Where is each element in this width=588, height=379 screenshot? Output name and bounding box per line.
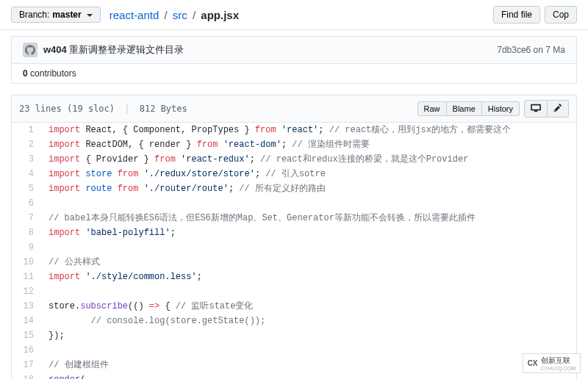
line-content: // 公共样式 (41, 255, 576, 270)
commit-summary: w404 重新调整登录逻辑文件目录 7db3ce6 on 7 Ma (11, 36, 577, 64)
line-content (41, 240, 576, 255)
line-content (41, 284, 576, 299)
line-content: render( (41, 372, 576, 379)
code-line: 7// babel本身只能转换ES6语法，但ES6新增的Map、Set、Gene… (12, 211, 576, 225)
file-header: 23 lines (19 sloc) | 812 Bytes Raw Blame… (11, 95, 577, 123)
line-content: import route from './router/route'; // 所… (41, 181, 576, 196)
line-content: import ReactDOM, { render } from 'react-… (41, 137, 576, 152)
code-viewer: 1import React, { Component, PropTypes } … (11, 123, 577, 379)
line-number[interactable]: 1 (12, 123, 41, 137)
crumb-folder[interactable]: src (173, 9, 187, 21)
line-number[interactable]: 6 (12, 196, 41, 211)
line-number[interactable]: 14 (12, 314, 41, 328)
line-number[interactable]: 12 (12, 284, 41, 299)
history-button[interactable]: History (482, 101, 520, 116)
line-number[interactable]: 18 (12, 372, 41, 379)
code-line: 3import { Provider } from 'react-redux';… (12, 152, 576, 167)
code-line: 14 // console.log(store.getState()); (12, 314, 576, 328)
octicon-mark-icon (25, 45, 35, 55)
line-number[interactable]: 3 (12, 152, 41, 167)
line-number[interactable]: 2 (12, 137, 41, 152)
line-content: }); (41, 328, 576, 343)
contributors-label: contributors (30, 68, 76, 79)
contributors-count: 0 (23, 68, 28, 79)
watermark-sub: CXHLCQ.COM (541, 366, 576, 371)
branch-prefix: Branch: (19, 10, 49, 20)
commit-author[interactable]: w404 (43, 44, 67, 55)
crumb-root[interactable]: react-antd (110, 9, 159, 21)
copy-path-button[interactable]: Cop (545, 6, 577, 24)
code-line: 2import ReactDOM, { render } from 'react… (12, 137, 576, 152)
blame-button[interactable]: Blame (447, 101, 482, 116)
file-actions: Raw Blame History (417, 100, 569, 118)
crumb-file: app.jsx (201, 9, 239, 21)
line-number[interactable]: 10 (12, 255, 41, 270)
desktop-icon-button[interactable] (524, 100, 548, 118)
line-number[interactable]: 4 (12, 167, 41, 181)
branch-selector[interactable]: Branch: master (11, 7, 101, 23)
file-lines: 23 lines (19 sloc) (19, 104, 115, 114)
line-number[interactable]: 15 (12, 328, 41, 343)
line-content: store.subscribe(() => { // 监听state变化 (41, 299, 576, 314)
pencil-icon (553, 104, 562, 112)
code-line: 17// 创建根组件 (12, 358, 576, 372)
line-content (41, 196, 576, 211)
tool-group (524, 100, 569, 118)
code-line: 16 (12, 343, 576, 358)
line-content: // babel本身只能转换ES6语法，但ES6新增的Map、Set、Gener… (41, 211, 576, 225)
code-line: 12 (12, 284, 576, 299)
line-number[interactable]: 11 (12, 270, 41, 284)
line-content: // console.log(store.getState()); (41, 314, 576, 328)
code-line: 9 (12, 240, 576, 255)
line-number[interactable]: 17 (12, 358, 41, 372)
caret-down-icon (85, 10, 93, 20)
code-line: 11import './style/common.less'; (12, 270, 576, 284)
commit-title[interactable]: 重新调整登录逻辑文件目录 (69, 44, 184, 55)
edit-icon-button[interactable] (548, 100, 569, 118)
line-number[interactable]: 16 (12, 343, 41, 358)
code-line: 1import React, { Component, PropTypes } … (12, 123, 576, 137)
contributors-row: 0 contributors (11, 64, 577, 84)
watermark: CX 创新互联 CXHLCQ.COM (523, 353, 581, 373)
breadcrumb: react-antd / src / app.jsx (110, 9, 239, 21)
raw-button[interactable]: Raw (417, 101, 447, 116)
crumb-sep: / (164, 9, 167, 21)
code-line: 6 (12, 196, 576, 211)
file-info: 23 lines (19 sloc) | 812 Bytes (19, 104, 187, 114)
line-number[interactable]: 7 (12, 211, 41, 225)
crumb-sep: / (193, 9, 196, 21)
desktop-icon (531, 104, 541, 112)
code-line: 8import 'babel-polyfill'; (12, 225, 576, 240)
avatar (23, 43, 37, 57)
code-line: 4import store from './redux/store/store'… (12, 167, 576, 181)
code-line: 5import route from './router/route'; // … (12, 181, 576, 196)
commit-sha[interactable]: 7db3ce6 (497, 45, 531, 55)
commit-message: w404 重新调整登录逻辑文件目录 (43, 43, 184, 57)
file-bytes: 812 Bytes (140, 104, 187, 114)
line-number[interactable]: 13 (12, 299, 41, 314)
code-line: 15}); (12, 328, 576, 343)
branch-name: master (52, 10, 81, 20)
commit-date: 7 Ma (545, 45, 565, 55)
find-file-button[interactable]: Find file (493, 6, 540, 24)
line-content: // 创建根组件 (41, 358, 576, 372)
watermark-brand: 创新互联 (541, 355, 576, 366)
commit-meta: 7db3ce6 on 7 Ma (497, 45, 565, 55)
file-topbar: Branch: master react-antd / src / app.js… (0, 0, 588, 30)
line-content (41, 343, 576, 358)
line-content: import store from './redux/store/store';… (41, 167, 576, 181)
line-number[interactable]: 8 (12, 225, 41, 240)
commit-on: on (534, 45, 543, 55)
code-line: 18render( (12, 372, 576, 379)
line-content: import './style/common.less'; (41, 270, 576, 284)
watermark-logo: CX (528, 359, 538, 367)
line-number[interactable]: 9 (12, 240, 41, 255)
view-group: Raw Blame History (417, 101, 520, 116)
line-number[interactable]: 5 (12, 181, 41, 196)
code-line: 13store.subscribe(() => { // 监听state变化 (12, 299, 576, 314)
line-content: import React, { Component, PropTypes } f… (41, 123, 576, 137)
code-line: 10// 公共样式 (12, 255, 576, 270)
topbar-actions: Find file Cop (493, 6, 577, 24)
line-content: import { Provider } from 'react-redux'; … (41, 152, 576, 167)
divider: | (124, 104, 129, 114)
